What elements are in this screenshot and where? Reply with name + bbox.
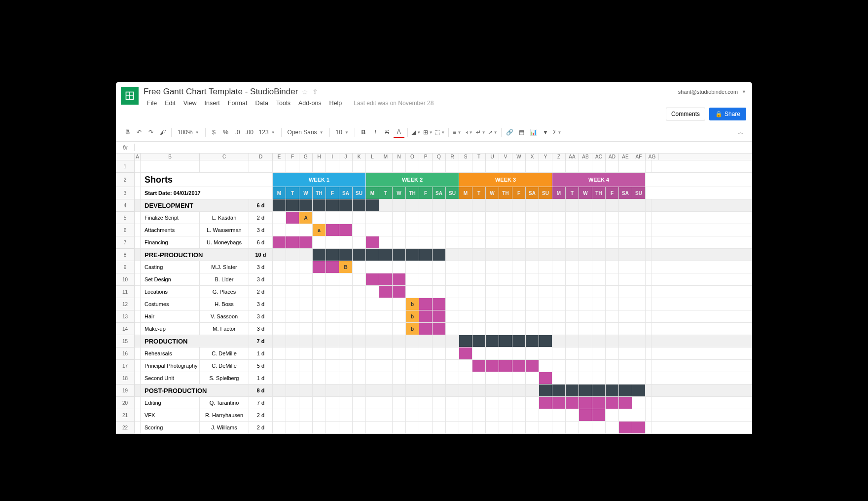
gantt-cell[interactable]: [552, 310, 566, 322]
gantt-cell[interactable]: [606, 273, 619, 285]
col-header[interactable]: AC: [592, 154, 606, 160]
gantt-cell[interactable]: [419, 261, 433, 273]
gantt-cell[interactable]: [526, 335, 539, 347]
italic-icon[interactable]: I: [370, 126, 381, 138]
gantt-cell[interactable]: [353, 298, 366, 310]
gantt-cell[interactable]: [339, 335, 353, 347]
gantt-cell[interactable]: [353, 224, 366, 236]
gantt-cell[interactable]: [566, 360, 579, 372]
row-header[interactable]: 20: [116, 397, 134, 409]
gantt-cell[interactable]: [512, 212, 526, 224]
gantt-cell[interactable]: [619, 385, 632, 396]
gantt-cell[interactable]: [472, 409, 486, 421]
gantt-cell[interactable]: [313, 160, 326, 172]
gantt-cell[interactable]: [592, 347, 606, 359]
borders-icon[interactable]: ⊞▼: [423, 126, 434, 138]
row-header[interactable]: 2: [116, 173, 134, 187]
formula-input[interactable]: [135, 144, 752, 151]
gantt-cell[interactable]: [433, 385, 446, 396]
gantt-cell[interactable]: [486, 236, 499, 248]
gantt-cell[interactable]: [446, 224, 459, 236]
row-header[interactable]: 7: [116, 236, 134, 249]
col-header[interactable]: AB: [579, 154, 592, 160]
gantt-cell[interactable]: [273, 323, 286, 335]
gantt-cell[interactable]: [366, 160, 379, 172]
gantt-cell[interactable]: [512, 372, 526, 384]
gantt-cell[interactable]: [299, 422, 313, 433]
gantt-cell[interactable]: [606, 385, 619, 396]
gantt-cell[interactable]: [313, 212, 326, 224]
gantt-cell[interactable]: [286, 347, 299, 359]
halign-icon[interactable]: ≡▼: [452, 126, 463, 138]
gantt-cell[interactable]: [592, 160, 606, 172]
star-icon[interactable]: ☆: [302, 88, 308, 96]
gantt-cell[interactable]: [472, 199, 486, 211]
gantt-cell[interactable]: [619, 409, 632, 421]
gantt-cell[interactable]: [539, 273, 552, 285]
gantt-cell[interactable]: [273, 224, 286, 236]
gantt-cell[interactable]: [406, 224, 419, 236]
gantt-cell[interactable]: [499, 249, 512, 261]
gantt-cell[interactable]: A: [299, 212, 313, 224]
gantt-cell[interactable]: [339, 286, 353, 298]
gantt-cell[interactable]: [526, 199, 539, 211]
gantt-cell[interactable]: [273, 372, 286, 384]
gantt-cell[interactable]: [379, 360, 393, 372]
gantt-cell[interactable]: [393, 224, 406, 236]
gantt-cell[interactable]: [433, 273, 446, 285]
gantt-cell[interactable]: [499, 323, 512, 335]
gantt-cell[interactable]: [486, 286, 499, 298]
gantt-cell[interactable]: [499, 409, 512, 421]
gantt-cell[interactable]: [539, 160, 552, 172]
comments-button[interactable]: Comments: [666, 108, 705, 120]
gantt-cell[interactable]: [433, 422, 446, 433]
gantt-cell[interactable]: [579, 360, 592, 372]
gantt-cell[interactable]: [472, 273, 486, 285]
gantt-cell[interactable]: [286, 310, 299, 322]
gantt-cell[interactable]: [313, 310, 326, 322]
gantt-cell[interactable]: [632, 310, 646, 322]
gantt-cell[interactable]: [552, 286, 566, 298]
gantt-cell[interactable]: [526, 261, 539, 273]
gantt-cell[interactable]: [393, 335, 406, 347]
cell[interactable]: [200, 160, 249, 172]
gantt-cell[interactable]: [339, 236, 353, 248]
gantt-cell[interactable]: [566, 261, 579, 273]
gantt-cell[interactable]: [606, 224, 619, 236]
gantt-cell[interactable]: [539, 212, 552, 224]
fill-color-icon[interactable]: ◢▼: [411, 126, 422, 138]
gantt-cell[interactable]: [552, 360, 566, 372]
gantt-cell[interactable]: [299, 236, 313, 248]
cell[interactable]: [135, 397, 141, 409]
menu-edit[interactable]: Edit: [161, 99, 179, 108]
col-header[interactable]: T: [472, 154, 486, 160]
cell[interactable]: 10 d: [249, 249, 273, 261]
menu-insert[interactable]: Insert: [201, 99, 223, 108]
gantt-cell[interactable]: [326, 224, 339, 236]
gantt-cell[interactable]: [313, 273, 326, 285]
cell[interactable]: [135, 372, 141, 384]
gantt-cell[interactable]: [366, 422, 379, 433]
gantt-cell[interactable]: [339, 323, 353, 335]
cell[interactable]: Casting: [141, 261, 200, 273]
gantt-cell[interactable]: [326, 409, 339, 421]
gantt-cell[interactable]: [406, 261, 419, 273]
gantt-cell[interactable]: [459, 360, 472, 372]
gantt-cell[interactable]: [393, 422, 406, 433]
gantt-cell[interactable]: [486, 298, 499, 310]
gantt-cell[interactable]: [419, 236, 433, 248]
gantt-cell[interactable]: [539, 323, 552, 335]
gantt-cell[interactable]: [286, 236, 299, 248]
gantt-cell[interactable]: [433, 335, 446, 347]
cell[interactable]: Attachments: [141, 224, 200, 236]
gantt-cell[interactable]: [446, 298, 459, 310]
gantt-cell[interactable]: [419, 199, 433, 211]
gantt-cell[interactable]: [632, 160, 646, 172]
gantt-cell[interactable]: [579, 249, 592, 261]
gantt-cell[interactable]: [592, 385, 606, 396]
gantt-cell[interactable]: [539, 335, 552, 347]
gantt-cell[interactable]: [446, 273, 459, 285]
row-header[interactable]: 11: [116, 286, 134, 298]
cell[interactable]: Rehearsals: [141, 347, 200, 359]
gantt-cell[interactable]: [552, 335, 566, 347]
